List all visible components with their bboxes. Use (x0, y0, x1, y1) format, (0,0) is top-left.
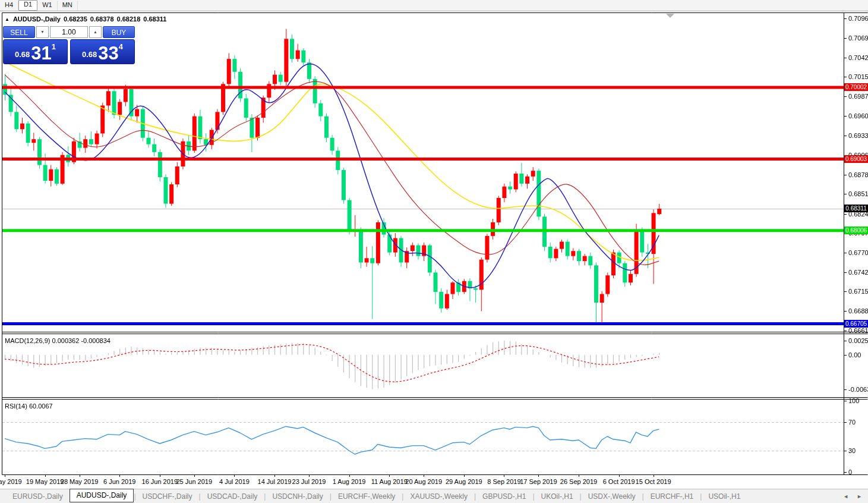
chart-shift-marker-icon[interactable] (666, 14, 674, 18)
price-axis-tick: 0.67155 (848, 288, 868, 295)
date-axis-label: 20 Aug 2019 (405, 478, 442, 485)
price-axis-tick: 0.69330 (848, 132, 868, 139)
buy-button[interactable]: BUY (103, 26, 135, 38)
price-axis-tick: 0.67425 (848, 269, 868, 276)
price-axis-tick: 0.68515 (848, 190, 868, 197)
symbol-tab[interactable]: EURUSD-,Daily (6, 490, 70, 503)
price-axis-tick: 0.70420 (848, 54, 868, 61)
rsi-axis-tick: 70 (848, 419, 856, 426)
date-axis-label: 25 Jun 2019 (176, 478, 212, 485)
buy-price-sup: 4 (119, 42, 123, 51)
symbol-tab[interactable]: USDCNH-,Daily (266, 490, 329, 503)
buy-price-button[interactable]: 0.68 33 4 (70, 39, 135, 64)
sell-price-button[interactable]: 0.68 31 1 (3, 39, 68, 64)
collapse-icon[interactable]: ▲ (5, 17, 10, 22)
rsi-axis-tick: 30 (848, 447, 856, 454)
timeframe-button-h4[interactable]: H4 (0, 1, 18, 10)
rsi-label: RSI(14) 60.0067 (5, 403, 53, 410)
date-axis-label: 1 Aug 2019 (333, 478, 366, 485)
symbol-tab[interactable]: USDX-,Weekly (582, 490, 642, 503)
date-axis-label: 17 Sep 2019 (520, 478, 557, 485)
sell-button[interactable]: SELL (3, 26, 35, 38)
date-axis-label: 14 Jul 2019 (258, 478, 292, 485)
tab-scroll-right-icon[interactable]: ► (857, 493, 862, 499)
date-axis-label: 11 Aug 2019 (371, 478, 408, 485)
timeframe-button-d1[interactable]: D1 (18, 0, 37, 11)
symbol-tab[interactable]: XAUUSD-,Weekly (403, 490, 474, 503)
symbol-label: AUDUSD-,Daily (13, 15, 61, 23)
timeframe-button-w1[interactable]: W1 (37, 1, 58, 10)
ohlc-close: 0.68311 (143, 15, 166, 23)
ohlc-high: 0.68378 (90, 15, 114, 23)
macd-axis-tick: 0.002574 (848, 337, 868, 344)
chart-canvas[interactable] (0, 0, 868, 477)
symbol-tab[interactable]: USDCAD-,Daily (201, 490, 264, 503)
symbol-tab-bar: EURUSD-,DailyAUDUSD-,Daily|USDCHF-,Daily… (0, 489, 868, 503)
price-axis-tick: 0.68785 (848, 171, 868, 178)
price-level-badge: 0.70002 (844, 83, 868, 91)
date-axis-label: 28 May 2019 (61, 478, 99, 485)
sell-price-main: 0.68 (15, 50, 30, 59)
buy-price-big: 33 (98, 45, 118, 62)
price-axis-tick: 0.67700 (848, 249, 868, 256)
ohlc-open: 0.68235 (64, 15, 87, 23)
macd-label: MACD(12,26,9) 0.000362 -0.000834 (5, 337, 111, 344)
symbol-tab[interactable]: EURCHF-,Weekly (332, 490, 402, 503)
one-click-trade-panel: SELL ▼ 1.00 ▲ BUY 0.68 31 1 0.68 33 4 (3, 26, 135, 64)
price-axis-tick: 0.66880 (848, 307, 868, 315)
sell-price-sup: 1 (52, 42, 56, 51)
symbol-tab[interactable]: EURCHF-,H1 (644, 490, 700, 503)
price-level-badge: 0.66705 (844, 320, 868, 328)
macd-axis-tick: -0.006326 (848, 386, 868, 393)
trading-terminal: { "toolbar": {"timeframes": ["H4", "D1",… (0, 0, 868, 503)
date-axis-label: 29 Aug 2019 (446, 478, 482, 485)
volume-input[interactable]: 1.00 (50, 26, 88, 38)
timeframe-button-mn[interactable]: MN (58, 1, 78, 10)
date-axis-label: 6 Oct 2019 (603, 478, 635, 485)
price-axis-tick: 0.69875 (848, 93, 868, 100)
price-level-badge: 0.68006 (844, 227, 868, 234)
buy-price-main: 0.68 (82, 50, 97, 59)
date-axis-label: 23 Jul 2019 (292, 478, 326, 485)
tab-scroll-left-icon[interactable]: ◄ (843, 493, 848, 499)
chart-title: ▲ AUDUSD-,Daily 0.68235 0.68378 0.68218 … (5, 15, 166, 23)
price-axis-tick: 0.70150 (848, 73, 868, 80)
macd-axis-tick: 0.00 (848, 351, 861, 359)
volume-decrement-button[interactable]: ▼ (36, 26, 49, 38)
price-axis-tick: 0.66610 (848, 327, 868, 334)
date-axis-label: 6 Jun 2019 (103, 478, 135, 485)
price-axis-tick: 0.69605 (848, 112, 868, 120)
timeframe-toolbar: H4D1W1MN (0, 0, 868, 11)
symbol-tab[interactable]: USOil-,H1 (702, 490, 747, 503)
rsi-axis-tick: 100 (848, 397, 859, 404)
date-axis-label: 8 Sep 2019 (487, 478, 520, 485)
date-axis-label: 4 Jul 2019 (219, 478, 250, 485)
sell-price-big: 31 (31, 45, 51, 62)
price-level-badge: 0.69003 (844, 155, 868, 163)
date-axis-label: 19 May 2019 (26, 478, 64, 485)
date-axis-label: 15 Oct 2019 (636, 478, 671, 485)
date-axis-label: 9 May 2019 (0, 478, 22, 485)
price-axis-tick: 0.70695 (848, 34, 868, 42)
volume-increment-button[interactable]: ▲ (89, 26, 102, 38)
ohlc-low: 0.68218 (117, 15, 141, 23)
date-axis-label: 26 Sep 2019 (560, 478, 597, 485)
current-price-badge: 0.68311 (844, 205, 868, 212)
price-axis-tick: 0.70965 (848, 15, 868, 22)
symbol-tab[interactable]: USDCHF-,Daily (136, 490, 199, 503)
symbol-tab[interactable]: GBPUSD-,H1 (476, 490, 532, 503)
date-axis-label: 16 Jun 2019 (142, 478, 178, 485)
symbol-tab[interactable]: UKOil-,H1 (535, 490, 580, 503)
symbol-tab[interactable]: AUDUSD-,Daily (70, 489, 134, 502)
rsi-axis-tick: 0 (848, 469, 852, 476)
